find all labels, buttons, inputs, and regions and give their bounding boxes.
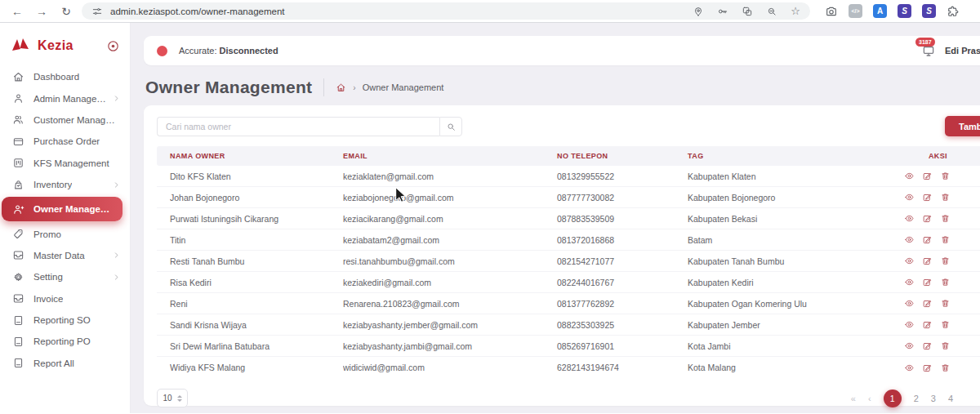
- table-row: Risa Kediri keziakediri@gmail.com 082244…: [157, 272, 980, 293]
- delete-trash-icon[interactable]: [940, 213, 951, 224]
- user-name[interactable]: Edi Pras: [945, 46, 980, 56]
- edit-icon[interactable]: [922, 277, 933, 287]
- edit-icon[interactable]: [922, 234, 933, 245]
- sidebar-item-inventory[interactable]: Inventory: [0, 174, 130, 195]
- edit-icon[interactable]: [922, 298, 933, 309]
- page-size-select[interactable]: 10: [157, 389, 188, 407]
- owner-tag: Kabupaten Kediri: [688, 278, 904, 287]
- pagination-page-4[interactable]: 4: [948, 394, 953, 403]
- edit-icon[interactable]: [922, 256, 933, 266]
- search-input[interactable]: [157, 117, 439, 136]
- file-icon: [12, 336, 25, 348]
- search-button[interactable]: [439, 117, 462, 136]
- view-eye-icon[interactable]: [904, 192, 915, 203]
- site-settings-icon[interactable]: [91, 6, 103, 17]
- sidebar-item-master-data[interactable]: Master Data: [0, 245, 130, 266]
- delete-trash-icon[interactable]: [940, 277, 951, 287]
- breadcrumb-home-icon[interactable]: [336, 82, 346, 93]
- view-eye-icon[interactable]: [904, 319, 915, 330]
- screenshot-camera-icon[interactable]: [825, 5, 838, 18]
- extensions-puzzle-icon[interactable]: [947, 5, 960, 18]
- delete-trash-icon[interactable]: [940, 319, 951, 330]
- owner-tag: Kota Malang: [688, 363, 904, 372]
- home-icon: [12, 71, 25, 83]
- owner-name: Risa Kediri: [170, 278, 343, 287]
- view-eye-icon[interactable]: [904, 298, 915, 309]
- main-area: Accurate: Disconnected 3187 Edi Pras Own…: [131, 23, 980, 413]
- sidebar-item-reporting-so[interactable]: Reporting SO: [0, 309, 130, 331]
- edit-icon[interactable]: [922, 341, 933, 351]
- owner-phone: 088235303925: [557, 320, 688, 330]
- owner-name: Johan Bojonegoro: [170, 193, 343, 203]
- code-extension-icon[interactable]: </>: [849, 4, 862, 18]
- bag-icon: [12, 179, 25, 191]
- edit-icon[interactable]: [922, 213, 933, 224]
- extension-icon-1[interactable]: S: [898, 4, 911, 18]
- edit-icon[interactable]: [922, 319, 933, 330]
- owner-phone: 6282143194674: [557, 363, 688, 372]
- owner-name: Resti Tanah Bumbu: [170, 256, 343, 266]
- sidebar-item-report-all[interactable]: Report All: [0, 353, 130, 374]
- owner-tag: Kabupaten Bekasi: [688, 214, 904, 224]
- sidebar-item-dashboard[interactable]: Dashboard: [0, 66, 130, 87]
- bookmark-star-icon[interactable]: ☆: [791, 6, 800, 16]
- zoom-out-icon[interactable]: [766, 6, 777, 17]
- forward-icon[interactable]: →: [33, 5, 51, 18]
- translate-extension-icon[interactable]: A: [873, 4, 887, 18]
- reload-icon[interactable]: ↻: [57, 5, 75, 18]
- sidebar-item-owner-management[interactable]: Owner Management: [2, 197, 122, 221]
- owner-email: keziabojonegoro@gmail.com: [343, 193, 557, 203]
- delete-trash-icon[interactable]: [940, 363, 951, 373]
- pagination-page-2[interactable]: 2: [914, 394, 919, 403]
- owner-name: Dito KFS Klaten: [170, 171, 343, 181]
- table-header: NAMA OWNER EMAIL NO TELEPON TAG AKSI: [157, 146, 980, 166]
- monitor-icon[interactable]: 3187: [921, 43, 936, 58]
- view-eye-icon[interactable]: [904, 277, 915, 287]
- view-eye-icon[interactable]: [904, 234, 915, 245]
- edit-icon[interactable]: [922, 192, 933, 203]
- pagination-page-3[interactable]: 3: [931, 394, 936, 403]
- owner-tag: Kabupaten Ogan Komering Ulu: [688, 299, 904, 309]
- delete-trash-icon[interactable]: [940, 341, 951, 351]
- password-key-icon[interactable]: [717, 6, 728, 17]
- view-eye-icon[interactable]: [904, 363, 915, 373]
- page-title: Owner Management: [145, 78, 312, 97]
- sidebar-item-promo[interactable]: Promo: [0, 223, 130, 244]
- sidebar-item-reporting-po[interactable]: Reporting PO: [0, 331, 130, 352]
- edit-icon[interactable]: [922, 363, 933, 373]
- pagination-first-button[interactable]: «: [851, 394, 856, 403]
- translate-page-icon[interactable]: [742, 6, 753, 17]
- add-owner-button[interactable]: Tambah: [945, 116, 980, 136]
- owner-phone: 082154271077: [557, 256, 688, 266]
- sidebar-item-setting[interactable]: Setting: [0, 266, 130, 287]
- extension-icon-2[interactable]: S: [922, 4, 936, 18]
- owner-tag: Kota Jambi: [688, 341, 904, 351]
- chevron-right-icon: [113, 274, 120, 281]
- delete-trash-icon[interactable]: [940, 171, 951, 181]
- sidebar-item-invoice[interactable]: Invoice: [0, 288, 130, 309]
- view-eye-icon[interactable]: [904, 213, 915, 224]
- sidebar-item-admin-management[interactable]: Admin Management: [0, 87, 130, 109]
- back-icon[interactable]: ←: [8, 5, 26, 18]
- owner-name: Purwati Istuningsih Cikarang: [170, 214, 343, 224]
- sidebar-item-purchase-order[interactable]: Purchase Order: [0, 131, 130, 152]
- sidebar-toggle-icon[interactable]: [106, 39, 120, 53]
- delete-trash-icon[interactable]: [940, 234, 951, 245]
- kezia-logo-icon: [10, 36, 31, 56]
- edit-icon[interactable]: [922, 171, 933, 181]
- divider: [323, 78, 324, 96]
- view-eye-icon[interactable]: [904, 341, 915, 351]
- delete-trash-icon[interactable]: [940, 298, 951, 309]
- view-eye-icon[interactable]: [904, 171, 915, 181]
- address-bar[interactable]: admin.keziaspot.com/owner-management ☆: [82, 2, 810, 20]
- delete-trash-icon[interactable]: [940, 256, 951, 266]
- delete-trash-icon[interactable]: [940, 192, 951, 203]
- sidebar-item-customer-management[interactable]: Customer Manage…: [0, 109, 130, 131]
- owner-tag: Kabupaten Bojonegoro: [688, 193, 904, 203]
- pagination-prev-button[interactable]: ‹: [868, 394, 871, 403]
- owner-phone: 081377762892: [557, 299, 688, 309]
- sidebar-item-kfs-management[interactable]: KFS Management: [0, 153, 130, 174]
- pagination-page-1[interactable]: 1: [884, 390, 902, 407]
- location-icon[interactable]: [693, 6, 704, 17]
- view-eye-icon[interactable]: [904, 256, 915, 266]
